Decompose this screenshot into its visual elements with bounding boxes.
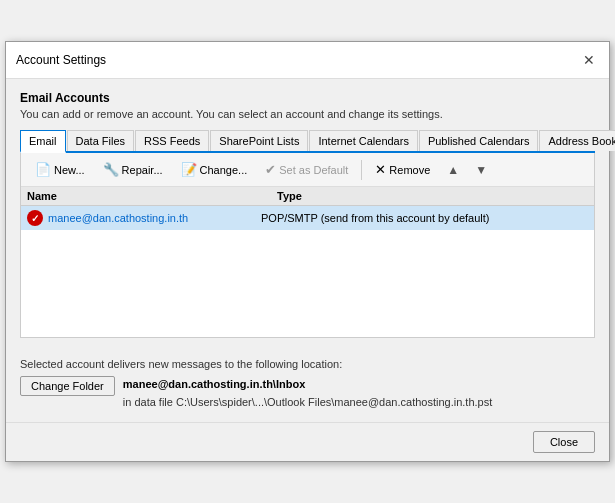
folder-details: manee@dan.cathosting.in.th\Inbox in data… bbox=[123, 376, 492, 411]
repair-icon: 🔧 bbox=[103, 162, 119, 177]
account-settings-dialog: Account Settings ✕ Email Accounts You ca… bbox=[5, 41, 610, 461]
tab-address-books[interactable]: Address Books bbox=[539, 130, 615, 151]
title-bar: Account Settings ✕ bbox=[6, 42, 609, 79]
col-header-type: Type bbox=[277, 190, 588, 202]
account-name: ✓ manee@dan.cathosting.in.th bbox=[27, 210, 261, 226]
dialog-title: Account Settings bbox=[16, 53, 106, 67]
accounts-toolbar: 📄 New... 🔧 Repair... 📝 Change... ✔ Set a… bbox=[21, 153, 594, 187]
set-default-icon: ✔ bbox=[265, 162, 276, 177]
new-label: New... bbox=[54, 164, 85, 176]
tab-sharepoint[interactable]: SharePoint Lists bbox=[210, 130, 308, 151]
move-up-button[interactable]: ▲ bbox=[440, 159, 466, 181]
set-default-button[interactable]: ✔ Set as Default bbox=[257, 158, 356, 181]
dialog-footer: Close bbox=[6, 422, 609, 461]
tab-content-panel: 📄 New... 🔧 Repair... 📝 Change... ✔ Set a… bbox=[20, 153, 595, 338]
change-button[interactable]: 📝 Change... bbox=[173, 158, 256, 181]
bottom-section: Selected account delivers new messages t… bbox=[6, 348, 609, 421]
section-description: You can add or remove an account. You ca… bbox=[20, 108, 595, 120]
remove-icon: ✕ bbox=[375, 162, 386, 177]
col-header-name: Name bbox=[27, 190, 277, 202]
repair-button[interactable]: 🔧 Repair... bbox=[95, 158, 171, 181]
remove-button[interactable]: ✕ Remove bbox=[367, 158, 438, 181]
section-title: Email Accounts bbox=[20, 91, 595, 105]
change-icon: 📝 bbox=[181, 162, 197, 177]
tab-data-files[interactable]: Data Files bbox=[67, 130, 135, 151]
folder-info-row: Change Folder manee@dan.cathosting.in.th… bbox=[20, 376, 595, 411]
change-folder-button[interactable]: Change Folder bbox=[20, 376, 115, 396]
dialog-content: Email Accounts You can add or remove an … bbox=[6, 79, 609, 348]
dialog-close-button[interactable]: ✕ bbox=[579, 50, 599, 70]
move-down-button[interactable]: ▼ bbox=[468, 159, 494, 181]
set-default-label: Set as Default bbox=[279, 164, 348, 176]
accounts-table: Name Type ✓ manee@dan.cathosting.in.th P… bbox=[21, 187, 594, 337]
tab-rss-feeds[interactable]: RSS Feeds bbox=[135, 130, 209, 151]
table-header: Name Type bbox=[21, 187, 594, 206]
new-button[interactable]: 📄 New... bbox=[27, 158, 93, 181]
tab-email[interactable]: Email bbox=[20, 130, 66, 153]
change-label: Change... bbox=[200, 164, 248, 176]
toolbar-separator bbox=[361, 160, 362, 180]
new-icon: 📄 bbox=[35, 162, 51, 177]
tab-published-calendars[interactable]: Published Calendars bbox=[419, 130, 539, 151]
repair-label: Repair... bbox=[122, 164, 163, 176]
account-icon: ✓ bbox=[27, 210, 43, 226]
account-name-text: manee@dan.cathosting.in.th bbox=[48, 212, 188, 224]
close-button[interactable]: Close bbox=[533, 431, 595, 453]
data-file-path: in data file C:\Users\spider\...\Outlook… bbox=[123, 394, 492, 412]
table-row[interactable]: ✓ manee@dan.cathosting.in.th POP/SMTP (s… bbox=[21, 206, 594, 230]
remove-label: Remove bbox=[389, 164, 430, 176]
account-type: POP/SMTP (send from this account by defa… bbox=[261, 212, 588, 224]
folder-path: manee@dan.cathosting.in.th\Inbox bbox=[123, 376, 492, 394]
tab-internet-calendars[interactable]: Internet Calendars bbox=[309, 130, 418, 151]
delivery-location-label: Selected account delivers new messages t… bbox=[20, 358, 595, 370]
tab-bar: Email Data Files RSS Feeds SharePoint Li… bbox=[20, 130, 595, 153]
